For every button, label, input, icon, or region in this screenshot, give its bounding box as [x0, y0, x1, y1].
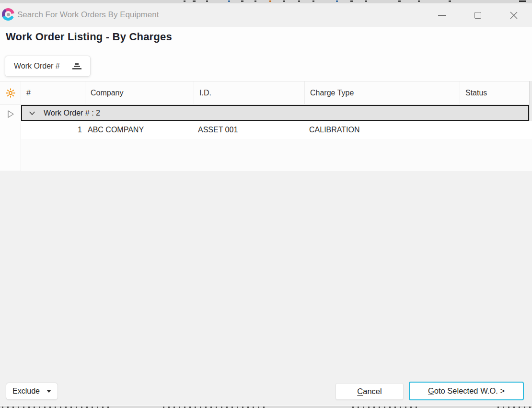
- maximize-icon: [474, 12, 481, 19]
- row-indicator-icon: [6, 109, 15, 119]
- table-row[interactable]: 1 ABC COMPANY ASSET 001 CALIBRATION: [21, 121, 532, 139]
- sort-ascending-icon: [72, 63, 81, 70]
- cell-id: ASSET 001: [194, 126, 305, 134]
- goto-label: oto Selected W.O. >: [434, 386, 505, 395]
- sliver-mark: [228, 0, 230, 2]
- sliver-mark: [519, 0, 526, 2]
- exclude-label: Exclude: [12, 387, 40, 396]
- background-window-sliver-top: [0, 0, 532, 3]
- app-logo-icon: [2, 8, 14, 21]
- dialog-window: Search For Work Orders By Equipment Work…: [0, 0, 532, 408]
- column-header-number[interactable]: #: [21, 82, 85, 104]
- goto-selected-wo-button[interactable]: Goto Selected W.O. >: [409, 382, 524, 400]
- sliver-mark: [206, 0, 208, 2]
- cell-company: ABC COMPANY: [85, 126, 194, 134]
- sliver-mark: [398, 0, 401, 2]
- minimize-icon: [438, 15, 446, 16]
- column-header-id[interactable]: I.D.: [194, 82, 305, 104]
- close-button[interactable]: [503, 5, 525, 25]
- grid-header-row: # Company I.D. Charge Type Status: [0, 81, 532, 105]
- cell-number: 1: [21, 126, 85, 134]
- column-header-charge-type[interactable]: Charge Type: [305, 82, 460, 104]
- sliver-mark: [298, 0, 300, 2]
- grid-empty-area: [21, 139, 532, 171]
- cancel-label: ancel: [363, 387, 382, 396]
- chevron-down-icon[interactable]: [28, 109, 36, 117]
- caret-down-icon: [46, 390, 51, 393]
- sliver-mark: [241, 0, 243, 2]
- group-by-chip-label: Work Order #: [14, 62, 60, 70]
- background-window-sliver-bottom: [0, 405, 532, 408]
- page-title: Work Order Listing - By Charges: [6, 31, 172, 43]
- sun-icon: [5, 88, 16, 98]
- sliver-mark: [184, 0, 185, 2]
- titlebar: Search For Work Orders By Equipment: [0, 3, 532, 27]
- maximize-button[interactable]: [467, 5, 489, 25]
- sliver-mark: [193, 0, 196, 2]
- group-by-chip-work-order[interactable]: Work Order #: [5, 56, 91, 77]
- close-icon: [509, 11, 518, 20]
- grid-corner-cell: [0, 82, 21, 104]
- sliver-mark: [350, 0, 353, 2]
- cancel-button[interactable]: Cancel: [335, 383, 404, 400]
- column-header-company[interactable]: Company: [85, 82, 194, 104]
- group-row-label: Work Order # : 2: [44, 109, 100, 117]
- exclude-dropdown-button[interactable]: Exclude: [6, 383, 58, 400]
- sliver-mark: [283, 0, 285, 2]
- minimize-button[interactable]: [431, 5, 453, 25]
- goto-mnemonic: G: [428, 386, 434, 395]
- lower-background: [0, 171, 532, 405]
- cancel-mnemonic: C: [357, 387, 363, 396]
- sliver-mark: [254, 0, 256, 2]
- sliver-mark: [312, 0, 314, 2]
- window-title: Search For Work Orders By Equipment: [17, 3, 159, 27]
- sliver-mark: [418, 0, 420, 2]
- cell-charge-type: CALIBRATION: [305, 126, 460, 134]
- row-indicator-gutter: [0, 105, 21, 171]
- group-row-work-order-2[interactable]: Work Order # : 2: [21, 105, 529, 121]
- sliver-mark: [365, 0, 367, 2]
- sliver-mark: [269, 0, 271, 2]
- column-header-status[interactable]: Status: [460, 82, 532, 104]
- sliver-mark: [336, 0, 338, 2]
- sliver-mark: [449, 0, 451, 2]
